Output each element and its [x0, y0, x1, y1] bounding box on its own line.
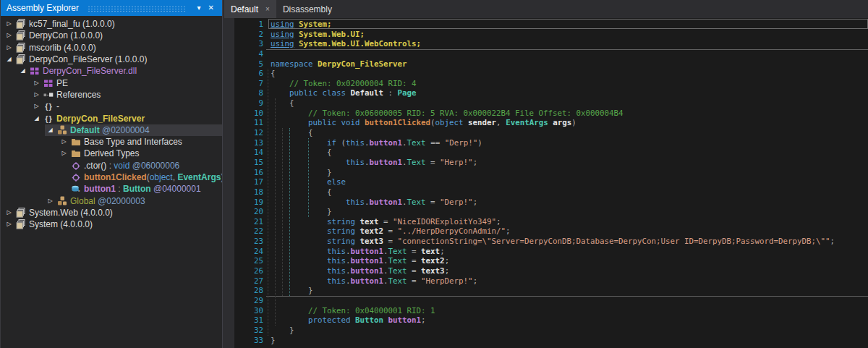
expander-open-icon[interactable]: ◢	[45, 124, 56, 136]
assembly-explorer-header[interactable]: Assembly Explorer ▾ ✕	[1, 0, 222, 16]
tree-row[interactable]: ▷PE	[1, 77, 222, 88]
tree-item-label: System.Web (4.0.0.0)	[29, 208, 113, 218]
line-number: 14	[234, 148, 263, 158]
code-line[interactable]: 5namespace DerpyCon_FileServer	[234, 59, 868, 69]
tree-item-label: mscorlib (4.0.0.0)	[29, 43, 96, 53]
tree-row[interactable]: *button1 : Button @04000001	[1, 183, 222, 195]
code-line[interactable]: 26 this.button1.Text = text3;	[234, 266, 868, 276]
code-editor[interactable]: 1using System;2using System.Web.UI;3usin…	[234, 18, 868, 348]
tree-item-label: kc57_final_fu (1.0.0.0)	[29, 19, 115, 29]
code-line[interactable]: 7 // Token: 0x02000004 RID: 4	[234, 79, 868, 89]
code-line[interactable]: 2using System.Web.UI;	[234, 30, 868, 40]
tree-row[interactable]: ◢DerpyCon_FileServer.dll	[1, 65, 222, 77]
tab-close-icon[interactable]: ×	[265, 5, 270, 13]
code-line[interactable]: 31 protected Button button1;	[234, 315, 868, 326]
assembly-icon	[14, 54, 27, 64]
tree-row[interactable]: ▷DerpyCon (1.0.0.0)	[1, 30, 222, 41]
expander-closed-icon[interactable]: ▷	[4, 18, 14, 30]
tree-item-label: .ctor() : void @06000006	[84, 161, 179, 171]
code-line[interactable]: 29	[234, 296, 868, 306]
expander-open-icon[interactable]: ◢	[4, 54, 14, 65]
code-line[interactable]: 3using System.Web.UI.WebControls;	[234, 39, 868, 49]
line-number: 16	[234, 168, 263, 178]
expander-closed-icon[interactable]: ▷	[4, 207, 14, 218]
expander-closed-icon[interactable]: ▷	[4, 42, 14, 54]
tree-row[interactable]: ▷Derived Types	[1, 148, 222, 159]
code-line[interactable]: 30 // Token: 0x04000001 RID: 1	[234, 306, 868, 316]
code-line[interactable]: 18 {	[234, 187, 868, 198]
code-line[interactable]: 24 this.button1.Text = text;	[234, 247, 868, 257]
expander-closed-icon[interactable]: ▷	[31, 89, 42, 101]
code-line[interactable]: 21 string text = "NiceIDORExploitYo349";	[234, 217, 868, 227]
tree-row[interactable]: ◢Default @02000004	[1, 124, 222, 136]
tree-row[interactable]: ▷Global @02000003	[1, 195, 222, 206]
namespace-icon: { }	[42, 114, 54, 124]
code-line[interactable]: 32 }	[234, 326, 868, 336]
tab-disassembly[interactable]: Disassembly	[276, 0, 339, 18]
tree-row[interactable]: ▷System.Web (4.0.0.0)	[1, 207, 222, 218]
line-number: 9	[234, 98, 263, 109]
code-line[interactable]: 22 string text2 = "../HerpDerpyConAdmin/…	[234, 226, 868, 237]
code-line[interactable]: 13 if (this.button1.Text == "Derp!")	[234, 138, 868, 148]
line-number: 29	[234, 296, 263, 306]
tree-row[interactable]: .ctor() : void @06000006	[1, 160, 222, 171]
tree-row[interactable]: ▷{ }-	[1, 101, 222, 112]
code-line[interactable]: 14 {	[234, 148, 868, 158]
code-line[interactable]: 27 this.button1.Text = "HerpDerp!";	[234, 276, 868, 287]
code-line[interactable]: 28 }	[234, 286, 868, 296]
expander-open-icon[interactable]: ◢	[31, 113, 42, 124]
code-line[interactable]: 8 public class Default : Page	[234, 88, 868, 98]
line-number: 6	[234, 69, 263, 79]
line-number: 19	[234, 198, 263, 208]
close-icon[interactable]: ✕	[205, 0, 218, 16]
line-number: 21	[234, 217, 263, 227]
line-number: 8	[234, 88, 263, 98]
tree-row[interactable]: ▷mscorlib (4.0.0.0)	[1, 42, 222, 54]
line-number: 23	[234, 237, 263, 247]
tree-row[interactable]: ▷System (4.0.0.0)	[1, 218, 222, 230]
tree-item-label: DerpyCon_FileServer	[56, 114, 145, 124]
expander-closed-icon[interactable]: ▷	[31, 101, 42, 112]
tree-row[interactable]: button1Clicked(object, EventArgs) : void	[1, 171, 222, 183]
expander-closed-icon[interactable]: ▷	[45, 195, 56, 207]
code-line[interactable]: 11 public void button1Clicked(object sen…	[234, 118, 868, 128]
tab-default[interactable]: Default ×	[224, 0, 276, 18]
code-line[interactable]: 25 this.button1.Text = text2;	[234, 256, 868, 266]
tree-row[interactable]: ◢{ }DerpyCon_FileServer	[1, 112, 222, 124]
expander-closed-icon[interactable]: ▷	[59, 148, 69, 159]
expander-closed-icon[interactable]: ▷	[59, 136, 69, 148]
field-icon: *	[69, 184, 82, 194]
window-position-menu-icon[interactable]: ▾	[194, 0, 205, 16]
tab-label: Default	[231, 4, 258, 14]
tree-row[interactable]: ▷Base Type and Interfaces	[1, 136, 222, 148]
code-line[interactable]: 23 string text3 = "connectionString=\"Se…	[234, 237, 868, 247]
code-line[interactable]: 9 {	[234, 98, 868, 109]
code-line[interactable]: 33}	[234, 336, 868, 346]
code-line[interactable]: 4	[234, 49, 868, 59]
expander-closed-icon[interactable]: ▷	[4, 30, 14, 41]
code-line[interactable]: 1using System;	[234, 20, 868, 30]
code-line[interactable]: 16 }	[234, 168, 868, 178]
drag-grip	[88, 6, 187, 12]
line-number: 28	[234, 286, 263, 296]
tree-row[interactable]: ▷References	[1, 89, 222, 101]
folder-icon	[69, 137, 82, 147]
code-line[interactable]: 15 this.button1.Text = "Herp!";	[234, 158, 868, 168]
tree-row[interactable]: ◢DerpyCon_FileServer (1.0.0.0)	[1, 54, 222, 65]
code-line[interactable]: 6{	[234, 69, 868, 79]
assembly-icon	[14, 219, 27, 229]
code-line[interactable]: 12 {	[234, 128, 868, 138]
code-line[interactable]: 17 else	[234, 177, 868, 187]
line-number: 10	[234, 109, 263, 119]
line-number: 25	[234, 256, 263, 266]
tree-item-label: DerpyCon_FileServer (1.0.0.0)	[29, 54, 147, 64]
code-line[interactable]: 19 this.button1.Text = "Derp!";	[234, 198, 868, 208]
expander-closed-icon[interactable]: ▷	[31, 77, 42, 89]
code-line[interactable]: 10 // Token: 0x06000005 RID: 5 RVA: 0x00…	[234, 109, 868, 119]
line-number: 11	[234, 118, 263, 128]
tree-row[interactable]: ▷kc57_final_fu (1.0.0.0)	[1, 18, 222, 30]
expander-open-icon[interactable]: ◢	[17, 65, 28, 77]
line-number: 12	[234, 128, 263, 138]
code-line[interactable]: 20 }	[234, 207, 868, 217]
expander-closed-icon[interactable]: ▷	[4, 218, 14, 230]
